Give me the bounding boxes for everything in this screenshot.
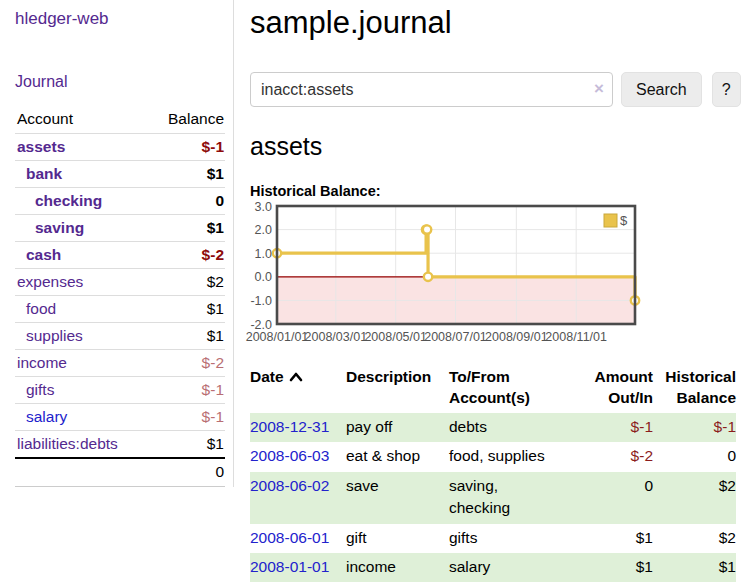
transaction-amount: $1 [568, 524, 653, 553]
account-name-cell: checking [15, 188, 148, 215]
accounts-total-spacer [15, 458, 148, 487]
app-window: hledger-web Journal Account Balance asse… [0, 0, 742, 582]
search-button[interactable]: Search [621, 72, 702, 107]
account-balance: $1 [148, 431, 225, 459]
transaction-accounts: gifts [449, 524, 568, 553]
transaction-date-link[interactable]: 2008-01-01 [250, 558, 329, 575]
transaction-balance: 0 [653, 442, 736, 471]
account-balance: $1 [148, 296, 225, 323]
transaction-date-cell: 2008-06-01 [250, 524, 346, 553]
transaction-amount: $-2 [568, 442, 653, 471]
account-row: assets$-1 [15, 134, 225, 161]
account-link-expenses[interactable]: expenses [17, 273, 83, 290]
account-link-food[interactable]: food [26, 300, 56, 317]
transaction-row: 2008-06-02savesaving, checking0$2 [250, 472, 736, 524]
account-row: food$1 [15, 296, 225, 323]
sidebar: hledger-web Journal Account Balance asse… [0, 0, 234, 487]
accounts-total-value: 0 [148, 458, 225, 487]
account-name-cell: income [15, 350, 148, 377]
transaction-description: gift [346, 524, 449, 553]
transaction-description: save [346, 472, 449, 524]
account-link-cash[interactable]: cash [26, 246, 61, 263]
transaction-date-cell: 2008-06-02 [250, 472, 346, 524]
transaction-row: 2008-06-01giftgifts$1$2 [250, 524, 736, 553]
clear-search-icon[interactable]: × [594, 79, 604, 99]
account-balance: 0 [148, 188, 225, 215]
account-name-cell: supplies [15, 323, 148, 350]
historical-balance-chart: $3.02.01.00.0-1.0-2.02008/01/012008/03/0… [250, 204, 650, 346]
transaction-accounts: saving, checking [449, 472, 568, 524]
account-link-bank[interactable]: bank [26, 165, 62, 182]
sidebar-item-journal[interactable]: Journal [15, 73, 67, 91]
transaction-description: pay off [346, 413, 449, 442]
x-tick-label: 2008/03/01 [305, 330, 368, 344]
y-tick-label: 0.0 [255, 270, 272, 284]
account-link-liabilities-debts[interactable]: liabilities:debts [17, 435, 118, 452]
account-row: expenses$2 [15, 269, 225, 296]
account-link-assets[interactable]: assets [17, 138, 65, 155]
register-table: Date Description To/From Account(s) Amou… [250, 365, 736, 582]
register-header-row: Date Description To/From Account(s) Amou… [250, 365, 736, 413]
register-header-balance: Historical Balance [653, 365, 736, 413]
search-input-wrap: × [250, 72, 613, 107]
chart-svg: $3.02.01.00.0-1.0-2.02008/01/012008/03/0… [250, 204, 650, 346]
chart-title: Historical Balance: [250, 183, 741, 199]
account-row: saving$1 [15, 215, 225, 242]
account-link-checking[interactable]: checking [35, 192, 102, 209]
app-title-link[interactable]: hledger-web [15, 9, 109, 29]
account-name-cell: cash [15, 242, 148, 269]
data-point-marker [424, 273, 432, 281]
x-tick-label: 2008/11/01 [545, 330, 607, 344]
transaction-date-link[interactable]: 2008-12-31 [250, 418, 329, 435]
x-tick-label: 2008/01/01 [246, 330, 309, 344]
sort-ascending-icon [289, 367, 303, 388]
transaction-date-cell: 2008-12-31 [250, 413, 346, 442]
account-name-cell: salary [15, 404, 148, 431]
account-name-cell: assets [15, 134, 148, 161]
accounts-header-row: Account Balance [15, 106, 225, 134]
transaction-row: 2008-12-31pay offdebts$-1$-1 [250, 413, 736, 442]
account-name-cell: saving [15, 215, 148, 242]
accounts-total-row: 0 [15, 458, 225, 487]
search-input[interactable] [250, 72, 613, 107]
account-link-salary[interactable]: salary [26, 408, 67, 425]
transaction-description: eat & shop [346, 442, 449, 471]
account-row: liabilities:debts$1 [15, 431, 225, 459]
transaction-date-link[interactable]: 2008-06-01 [250, 529, 329, 546]
account-balance: $-1 [148, 134, 225, 161]
account-balance: $-2 [148, 350, 225, 377]
account-name-cell: food [15, 296, 148, 323]
account-balance: $1 [148, 323, 225, 350]
transaction-accounts: debts [449, 413, 568, 442]
transaction-balance: $-1 [653, 413, 736, 442]
account-link-saving[interactable]: saving [35, 219, 84, 236]
transaction-accounts: food, supplies [449, 442, 568, 471]
main-content: sample.journal × Search ? assets Histori… [234, 0, 742, 582]
transaction-date-link[interactable]: 2008-06-02 [250, 477, 329, 494]
transaction-row: 2008-01-01incomesalary$1$1 [250, 553, 736, 582]
account-link-gifts[interactable]: gifts [26, 381, 54, 398]
transaction-row: 2008-06-03eat & shopfood, supplies$-20 [250, 442, 736, 471]
account-balance: $2 [148, 269, 225, 296]
account-balance: $1 [148, 161, 225, 188]
register-header-amount: Amount Out/In [568, 365, 653, 413]
account-heading: assets [250, 132, 741, 161]
register-header-date[interactable]: Date [250, 365, 346, 413]
account-balance: $1 [148, 215, 225, 242]
account-row: checking0 [15, 188, 225, 215]
account-link-supplies[interactable]: supplies [26, 327, 83, 344]
account-row: cash$-2 [15, 242, 225, 269]
account-link-income[interactable]: income [17, 354, 67, 371]
account-row: income$-2 [15, 350, 225, 377]
legend-label: $ [620, 213, 628, 228]
transaction-balance: $2 [653, 472, 736, 524]
search-help-button[interactable]: ? [712, 72, 741, 107]
transaction-date-link[interactable]: 2008-06-03 [250, 447, 329, 464]
register-header-description: Description [346, 365, 449, 413]
account-name-cell: expenses [15, 269, 148, 296]
transaction-balance: $1 [653, 553, 736, 582]
transaction-amount: $1 [568, 553, 653, 582]
transaction-balance: $2 [653, 524, 736, 553]
account-name-cell: gifts [15, 377, 148, 404]
account-row: salary$-1 [15, 404, 225, 431]
